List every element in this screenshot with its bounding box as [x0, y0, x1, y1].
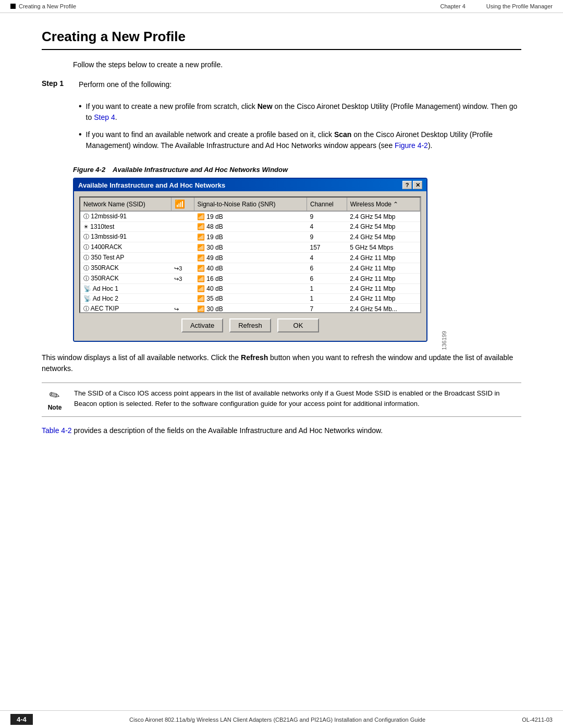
cell-channel: 1 [307, 294, 347, 304]
cell-mode: 2.4 GHz 54 Mbp [347, 232, 420, 242]
table-row[interactable]: ⓘ 350 Test AP 📶 49 dB 4 2.4 GHz 11 Mbp [80, 253, 420, 263]
figure42-link[interactable]: Figure 4-2 [395, 141, 428, 150]
cell-snr: 📶 30 dB [194, 242, 307, 253]
header-breadcrumb: Creating a New Profile [19, 3, 76, 9]
col-header-channel: Channel [307, 198, 347, 211]
cell-name: ⓘ AEC TKIP [80, 304, 171, 313]
table-row[interactable]: 📡 Ad Hoc 1 📶 40 dB 1 2.4 GHz 11 Mbp [80, 284, 420, 294]
page-footer: 4-4 Cisco Aironet 802.11a/b/g Wireless L… [0, 710, 563, 728]
cell-channel: 6 [307, 263, 347, 274]
step-1-text: Perform one of the following: [79, 79, 521, 90]
table-row[interactable]: ☀ 1310test 📶 48 dB 4 2.4 GHz 54 Mbp [80, 222, 420, 232]
table-ref-end: provides a description of the fields on … [72, 426, 383, 435]
cell-mode: 2.4 GHz 11 Mbp [347, 284, 420, 294]
cell-icon [171, 222, 194, 232]
table-row[interactable]: ⓘ 350RACK ↪3 📶 40 dB 6 2.4 GHz 11 Mbp [80, 263, 420, 274]
cell-channel: 1 [307, 284, 347, 294]
cell-channel: 6 [307, 274, 347, 284]
note-icon-col: ✎ Note [42, 388, 68, 411]
table-row[interactable]: ⓘ AEC TKIP ↪ 📶 30 dB 7 2.4 GHz 54 Mb... [80, 304, 420, 313]
figure-caption-text: Figure 4-2 Available Infrastructure and … [73, 166, 288, 174]
dialog-close-button[interactable]: ✕ [413, 181, 422, 189]
note-label: Note [48, 404, 62, 411]
table-row[interactable]: ⓘ 1400RACK 📶 30 dB 157 5 GHz 54 Mbps [80, 242, 420, 253]
bullet-list: If you want to create a new profile from… [79, 101, 521, 151]
table-ref-text: Table 4-2 provides a description of the … [42, 425, 521, 436]
cell-mode: 2.4 GHz 54 Mbp [347, 211, 420, 222]
cell-channel: 157 [307, 242, 347, 253]
cell-name: 📡 Ad Hoc 1 [80, 284, 171, 294]
cell-channel: 4 [307, 222, 347, 232]
intro-text: Follow the steps below to create a new p… [73, 60, 521, 69]
cell-icon [171, 211, 194, 222]
cell-name: ☀ 1310test [80, 222, 171, 232]
figure-row: Available Infrastructure and Ad Hoc Netw… [42, 178, 521, 352]
table-header-row: Network Name (SSID) 📶 Signal-to-Noise Ra… [80, 198, 420, 211]
network-table: Network Name (SSID) 📶 Signal-to-Noise Ra… [80, 198, 420, 312]
cell-snr: 📶 30 dB [194, 304, 307, 313]
dialog-titlebar-buttons: ? ✕ [402, 181, 422, 189]
activate-button[interactable]: Activate [181, 318, 223, 332]
table-row[interactable]: ⓘ 12mbssid-91 📶 19 dB 9 2.4 GHz 54 Mbp [80, 211, 420, 222]
table42-link[interactable]: Table 4-2 [42, 426, 72, 435]
cell-mode: 2.4 GHz 11 Mbp [347, 274, 420, 284]
note-pencil-icon: ✎ [46, 387, 63, 404]
step-1-content: Perform one of the following: If you wan… [79, 79, 521, 157]
dialog-buttons-row: Activate Refresh OK [79, 313, 421, 336]
cell-icon: ↪ [171, 304, 194, 313]
table-row[interactable]: 📡 Ad Hoc 2 📶 35 dB 1 2.4 GHz 11 Mbp [80, 294, 420, 304]
footer-doc-number: OL-4211-03 [522, 717, 553, 723]
bullet-text-1: If you want to create a new profile from… [86, 101, 521, 123]
figure-side: 136199 [438, 178, 448, 352]
refresh-button[interactable]: Refresh [229, 318, 271, 332]
cell-channel: 4 [307, 253, 347, 263]
figure-side-number: 136199 [440, 329, 448, 352]
cell-snr: 📶 40 dB [194, 263, 307, 274]
cell-channel: 9 [307, 232, 347, 242]
cell-name: 📡 Ad Hoc 2 [80, 294, 171, 304]
dialog-titlebar: Available Infrastructure and Ad Hoc Netw… [74, 179, 426, 191]
col-header-icon: 📶 [171, 198, 194, 211]
header-right: Chapter 4 Using the Profile Manager [440, 3, 553, 9]
cell-snr: 📶 19 dB [194, 232, 307, 242]
description-bold: Refresh [241, 353, 268, 362]
step4-link[interactable]: Step 4 [94, 113, 115, 121]
note-box: ✎ Note The SSID of a Cisco IOS access po… [42, 382, 521, 417]
header-square-icon [10, 4, 16, 9]
cell-mode: 2.4 GHz 54 Mbp [347, 222, 420, 232]
col-header-snr: Signal-to-Noise Ratio (SNR) [194, 198, 307, 211]
bold-scan: Scan [334, 130, 351, 139]
cell-icon [171, 284, 194, 294]
cell-icon [171, 232, 194, 242]
cell-name: ⓘ 13mbssid-91 [80, 232, 171, 242]
cell-mode: 2.4 GHz 11 Mbp [347, 263, 420, 274]
bullet-text-2: If you want to find an available network… [86, 129, 521, 151]
cell-channel: 9 [307, 211, 347, 222]
note-text: The SSID of a Cisco IOS access point app… [74, 388, 521, 409]
cell-name: ⓘ 350RACK [80, 274, 171, 284]
dialog-body: Network Name (SSID) 📶 Signal-to-Noise Ra… [74, 191, 426, 341]
ok-button[interactable]: OK [277, 318, 319, 332]
table-row[interactable]: ⓘ 13mbssid-91 📶 19 dB 9 2.4 GHz 54 Mbp [80, 232, 420, 242]
footer-doc-title: Cisco Aironet 802.11a/b/g Wireless LAN C… [33, 717, 522, 723]
main-content: Creating a New Profile Follow the steps … [0, 13, 563, 483]
table-row[interactable]: ⓘ 350RACK ↪3 📶 16 dB 6 2.4 GHz 11 Mbp [80, 274, 420, 284]
network-table-container: Network Name (SSID) 📶 Signal-to-Noise Ra… [79, 196, 421, 313]
cell-name: ⓘ 1400RACK [80, 242, 171, 253]
table-body: ⓘ 12mbssid-91 📶 19 dB 9 2.4 GHz 54 Mbp ☀… [80, 211, 420, 312]
col-header-mode: Wireless Mode ⌃ [347, 198, 420, 211]
cell-snr: 📶 49 dB [194, 253, 307, 263]
header-left: Creating a New Profile [10, 3, 76, 9]
header-section: Using the Profile Manager [486, 3, 553, 9]
table-scroll-wrapper[interactable]: Network Name (SSID) 📶 Signal-to-Noise Ra… [80, 198, 420, 312]
cell-snr: 📶 16 dB [194, 274, 307, 284]
step-1-label: Step 1 [42, 79, 70, 157]
col-icon: 📶 [175, 200, 185, 208]
cell-name: ⓘ 350RACK [80, 263, 171, 274]
cell-snr: 📶 35 dB [194, 294, 307, 304]
cell-mode: 2.4 GHz 11 Mbp [347, 294, 420, 304]
dialog-help-button[interactable]: ? [402, 181, 412, 189]
description-text: This window displays a list of all avail… [42, 352, 521, 374]
figure-caption: Figure 4-2 Available Infrastructure and … [73, 166, 521, 174]
bullet-item-2: If you want to find an available network… [79, 129, 521, 151]
